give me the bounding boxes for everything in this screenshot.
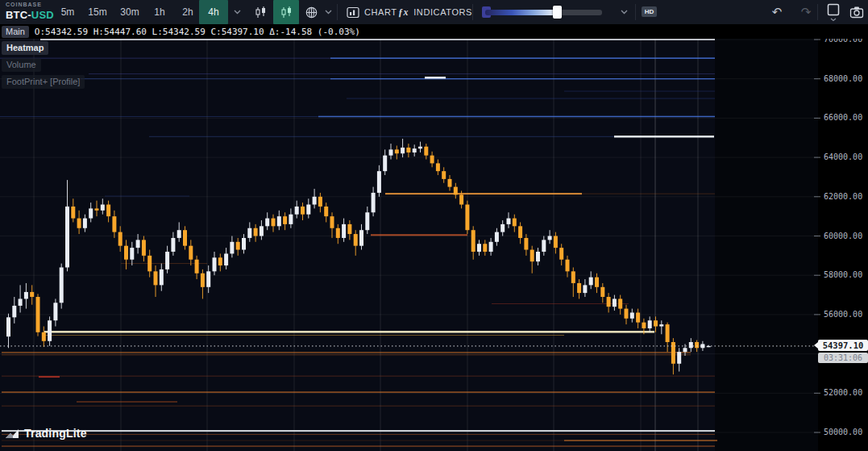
chart-panel-icon: [347, 6, 359, 19]
toolbar: COINBASE BTC-USD 5m 15m 30m 1h 2h 4h: [0, 0, 868, 24]
timeframe-2h[interactable]: 2h: [177, 0, 199, 24]
timeframe-30m[interactable]: 30m: [116, 0, 143, 24]
legend-item-volume[interactable]: Volume: [2, 58, 41, 72]
tradinglite-app: COINBASE BTC-USD 5m 15m 30m 1h 2h 4h: [0, 0, 868, 451]
layout-select-button[interactable]: [822, 0, 845, 24]
heatmap-style-button-active[interactable]: [273, 0, 299, 24]
toolbar-divider: [817, 4, 818, 20]
fx-icon: ƒx: [398, 6, 409, 19]
pane-label[interactable]: Main: [2, 26, 29, 38]
indicator-legend: Heatmap Volume FootPrint+ [Profile]: [2, 41, 85, 92]
timeframe-5m[interactable]: 5m: [56, 0, 79, 24]
exchange-name: COINBASE: [6, 2, 54, 7]
legend-item-heatmap[interactable]: Heatmap: [2, 41, 48, 55]
price-axis-label: 62000.00: [824, 192, 862, 201]
camera-icon: [849, 6, 864, 19]
candlestick-icon: [254, 6, 268, 19]
slider-thumb[interactable]: [553, 6, 562, 19]
symbol-base: BTC-: [6, 9, 31, 21]
candle-countdown-timer: 03:31:06: [818, 353, 868, 363]
indicators-button[interactable]: ƒx INDICATORS: [398, 0, 472, 24]
ohlc-readout: O:54342.59 H:54447.60 L:54342.59 C:54397…: [35, 27, 360, 37]
price-axis-label: 64000.00: [824, 152, 862, 161]
view-chevron-down-icon[interactable]: [322, 0, 334, 24]
timeframe-15m[interactable]: 15m: [84, 0, 111, 24]
toolbar-divider: [337, 4, 338, 20]
current-price-label: 54397.10: [818, 340, 868, 351]
candlestick-style-button[interactable]: [247, 0, 273, 24]
toolbar-divider: [472, 4, 473, 20]
symbol-selector[interactable]: COINBASE BTC-USD: [6, 2, 54, 20]
price-axis-label: 66000.00: [824, 113, 862, 122]
hd-quality-badge[interactable]: HD: [642, 6, 657, 17]
ohlc-status-bar: Main O:54342.59 H:54447.60 L:54342.59 C:…: [0, 24, 868, 39]
undo-icon[interactable]: ↶: [767, 0, 787, 24]
chart-menu-button[interactable]: CHART: [347, 0, 397, 24]
tradinglite-watermark: TradingLite: [5, 427, 87, 440]
maximize-icon: [826, 2, 841, 22]
timeframe-4h-active[interactable]: 4h: [199, 0, 228, 24]
slider-gradient-track[interactable]: [485, 10, 556, 15]
heatmap-intensity-slider[interactable]: [480, 0, 609, 24]
watermark-text: TradingLite: [24, 427, 87, 440]
slider-track-rest[interactable]: [556, 10, 602, 15]
chart-menu-label: CHART: [364, 7, 397, 17]
price-axis-label: 56000.00: [824, 310, 862, 319]
legend-item-footprint[interactable]: FootPrint+ [Profile]: [2, 75, 85, 89]
tradinglite-logo-icon: [5, 427, 20, 440]
indicators-label: INDICATORS: [413, 7, 472, 17]
price-axis-label: 68000.00: [824, 74, 862, 83]
price-axis-label: 52000.00: [824, 388, 862, 397]
symbol-name: BTC-USD: [6, 10, 54, 20]
slider-chevron-down-icon[interactable]: [617, 0, 630, 24]
price-axis-label: 50000.00: [824, 428, 862, 436]
timeframe-1h[interactable]: 1h: [148, 0, 171, 24]
screenshot-button[interactable]: [845, 0, 868, 24]
heatmap-candles-icon: [280, 6, 293, 19]
symbol-quote: USD: [31, 9, 54, 21]
price-axis-label: 60000.00: [824, 232, 862, 240]
heatmap-candlestick-chart[interactable]: [0, 0, 868, 451]
web-view-button[interactable]: [301, 0, 322, 24]
globe-icon: [305, 6, 318, 19]
timeframe-chevron-down-icon[interactable]: [230, 0, 243, 24]
price-axis-label: 58000.00: [824, 270, 862, 279]
redo-icon[interactable]: ↷: [796, 0, 816, 24]
toolbar-divider: [635, 4, 636, 20]
